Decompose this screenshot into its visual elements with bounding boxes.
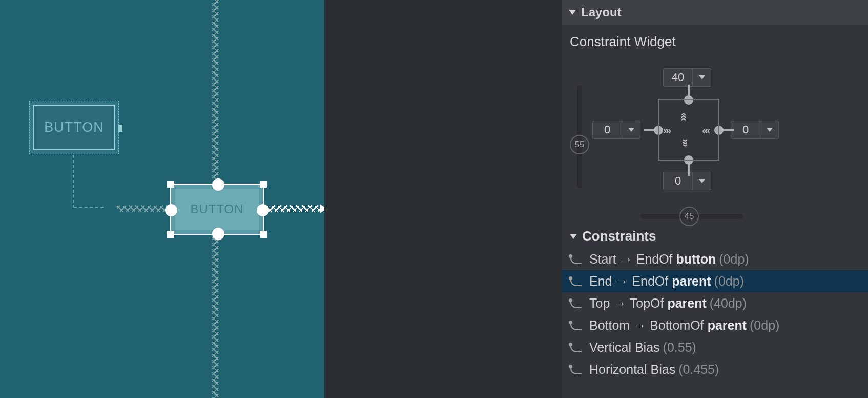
attributes-panel: Layout Constraint Widget 55 45 40 0 0 0 …: [562, 0, 868, 398]
margin-top-value: 40: [664, 69, 692, 86]
constraint-icon: [569, 321, 582, 331]
spring-start-constraint: [117, 205, 168, 212]
margin-start-field[interactable]: 0: [592, 121, 640, 139]
horizontal-bias-thumb[interactable]: 45: [679, 207, 699, 226]
button-widget-1[interactable]: BUTTON: [29, 101, 119, 154]
constraint-icon: [569, 365, 582, 375]
constraint-box[interactable]: «« «« »» »»: [658, 99, 719, 161]
margin-start-value: 0: [593, 121, 622, 138]
constraint-widget-title: Constraint Widget: [562, 25, 868, 52]
button-2-label: BUTTON: [175, 189, 259, 230]
constraint-text: End → EndOf: [589, 274, 672, 288]
margin-end-value: 0: [731, 121, 760, 138]
constraint-row-start[interactable]: Start → EndOf button(0dp): [562, 248, 868, 270]
constraint-widget: 55 45 40 0 0 0 «« «« »» »»: [562, 55, 868, 221]
vertical-bias-slider[interactable]: 55: [577, 86, 582, 188]
constraint-text: Vertical Bias: [589, 340, 660, 354]
constraint-row-top[interactable]: Top → TopOf parent(40dp): [562, 292, 868, 314]
constraints-header[interactable]: Constraints: [562, 224, 868, 248]
wrap-content-bottom-icon: ««: [678, 142, 690, 147]
button-widget-2-selected[interactable]: BUTTON: [170, 184, 264, 235]
dropdown-icon[interactable]: [692, 69, 711, 86]
constraint-margin: (0.455): [678, 362, 719, 376]
constraint-anchor-start[interactable]: [165, 204, 177, 216]
constraint-text: Start → EndOf: [589, 252, 676, 266]
resize-handle-tl[interactable]: [167, 181, 174, 188]
margin-top-field[interactable]: 40: [663, 68, 711, 87]
wrap-content-top-icon: ««: [678, 112, 690, 117]
resize-handle-tr[interactable]: [260, 181, 267, 188]
constraint-margin: (0dp): [719, 252, 749, 266]
design-canvas[interactable]: BUTTON BUTTON: [0, 0, 324, 398]
constraint-dashed-link: [73, 155, 74, 208]
constraint-margin: (40dp): [710, 296, 747, 310]
constraint-margin: (0dp): [714, 274, 744, 288]
constraint-icon: [569, 298, 582, 309]
horizontal-bias-slider[interactable]: 45: [640, 214, 743, 219]
constraint-text: Bottom → BottomOf: [589, 318, 708, 332]
constraint-margin: (0dp): [750, 318, 779, 332]
constraint-target: parent: [667, 296, 706, 310]
constraints-title: Constraints: [582, 228, 656, 244]
constraint-anchor-bottom[interactable]: [212, 228, 224, 240]
link-bottom: [688, 164, 690, 176]
constraint-row-bottom[interactable]: Bottom → BottomOf parent(0dp): [562, 314, 868, 336]
resize-handle-bl[interactable]: [167, 231, 174, 238]
constraint-anchor-top[interactable]: [212, 178, 224, 191]
constraint-target: button: [676, 252, 716, 266]
constraints-list: Constraints Start → EndOf button(0dp) En…: [562, 221, 868, 381]
constraint-icon: [569, 254, 582, 265]
button-1-label: BUTTON: [33, 105, 115, 150]
chevron-down-icon: [569, 10, 576, 15]
constraint-target: parent: [672, 274, 711, 288]
layout-section-title: Layout: [581, 5, 622, 19]
constraint-margin: (0.55): [663, 340, 696, 354]
constraint-icon: [569, 343, 582, 353]
constraint-text: Horizontal Bias: [589, 362, 675, 376]
spring-end-constraint: [265, 205, 321, 212]
margin-bottom-field[interactable]: 0: [663, 172, 711, 190]
constraint-target: parent: [708, 318, 747, 332]
constraint-icon: [569, 276, 582, 287]
dropdown-icon[interactable]: [760, 121, 778, 138]
constraint-row-hbias[interactable]: Horizontal Bias(0.455): [562, 359, 868, 381]
resize-handle-br[interactable]: [260, 231, 267, 238]
chevron-down-icon: [570, 234, 577, 239]
wrap-content-end-icon: »»: [705, 125, 710, 136]
button-1-anchor-right[interactable]: [118, 125, 122, 132]
dropdown-icon[interactable]: [692, 172, 711, 190]
editor-gutter: [324, 0, 562, 398]
constraint-row-vbias[interactable]: Vertical Bias(0.55): [562, 336, 868, 359]
dropdown-icon[interactable]: [622, 121, 640, 138]
wrap-content-start-icon: »»: [663, 125, 668, 136]
layout-section-header[interactable]: Layout: [562, 0, 868, 25]
margin-end-field[interactable]: 0: [731, 121, 779, 139]
constraint-text: Top → TopOf: [589, 296, 667, 310]
vertical-bias-thumb[interactable]: 55: [570, 135, 589, 154]
constraint-row-end[interactable]: End → EndOf parent(0dp): [562, 270, 868, 292]
